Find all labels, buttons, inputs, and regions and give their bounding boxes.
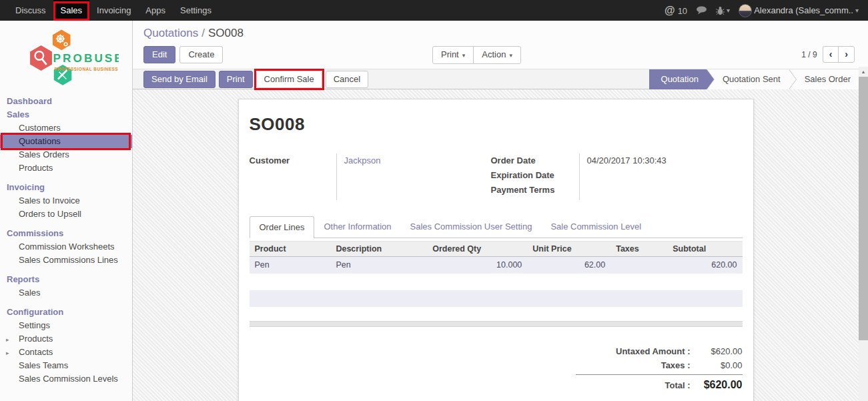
print-dropdown[interactable]: Print bbox=[432, 46, 474, 64]
breadcrumb: Quotations/SO008 bbox=[143, 27, 859, 40]
empty-row bbox=[250, 290, 743, 307]
nav-item-apps[interactable]: Apps bbox=[138, 0, 173, 21]
mentions-badge[interactable]: 10 bbox=[665, 5, 687, 17]
sidebar-item-sales-teams[interactable]: Sales Teams bbox=[0, 359, 132, 372]
tab-order-lines[interactable]: Order Lines bbox=[250, 216, 315, 238]
cell-subtotal: 620.00 bbox=[667, 257, 742, 274]
column-header-subtotal[interactable]: Subtotal bbox=[667, 242, 742, 257]
total-label: Total : bbox=[665, 380, 690, 390]
sidebar-item-products[interactable]: Products bbox=[0, 161, 132, 175]
order-lines-table: Product Description Ordered Qty Unit Pri… bbox=[250, 241, 743, 307]
top-nav-menu: Discuss Sales Invoicing Apps Settings bbox=[0, 0, 219, 21]
sidebar-item-dashboard[interactable]: Dashboard bbox=[0, 95, 132, 108]
bug-icon[interactable] bbox=[716, 6, 730, 15]
probuse-logo: PROBUSE PROFESSIONAL BUSINESS bbox=[0, 21, 132, 92]
sidebar-section-commissions[interactable]: Commissions bbox=[0, 227, 132, 240]
cell-unit-price: 62.00 bbox=[527, 257, 610, 274]
column-header-product[interactable]: Product bbox=[250, 242, 331, 257]
pager-previous-button[interactable]: ‹ bbox=[823, 46, 839, 63]
control-panel: Quotations/SO008 Edit Create Print Actio… bbox=[133, 21, 868, 69]
nav-item-settings[interactable]: Settings bbox=[173, 0, 219, 21]
sidebar-item-quotations[interactable]: Quotations bbox=[0, 135, 132, 148]
expiration-date-label: Expiration Date bbox=[491, 168, 579, 183]
order-sheet: SO008 Customer Jackpson Order Date E bbox=[238, 99, 754, 401]
scrollbar-thumb[interactable] bbox=[859, 77, 868, 340]
scroll-up-icon[interactable]: ▲ bbox=[859, 67, 868, 77]
form-view-background: SO008 Customer Jackpson Order Date E bbox=[133, 89, 859, 401]
sidebar-item-sales-report[interactable]: Sales bbox=[0, 286, 132, 300]
sidebar-section-invoicing[interactable]: Invoicing bbox=[0, 181, 132, 194]
nav-item-discuss[interactable]: Discuss bbox=[8, 0, 53, 21]
user-menu[interactable]: Alexandra (Sales_comm.. bbox=[739, 4, 859, 17]
order-line-row[interactable]: Pen Pen 10.000 62.00 620.00 bbox=[250, 257, 743, 274]
sidebar-item-sales-commissions-lines[interactable]: Sales Commissions Lines bbox=[0, 254, 132, 267]
status-steps: Quotation Quotation Sent Sales Order bbox=[649, 69, 859, 89]
cell-ordered-qty: 10.000 bbox=[427, 257, 527, 274]
nav-item-sales[interactable]: Sales bbox=[53, 0, 90, 21]
page-title: SO008 bbox=[250, 114, 743, 135]
edit-button[interactable]: Edit bbox=[143, 46, 175, 63]
statusbar: Send by Email Print Confirm Sale Cancel … bbox=[133, 69, 868, 89]
user-avatar bbox=[739, 4, 752, 17]
chat-icon[interactable] bbox=[696, 6, 707, 15]
nav-item-invoicing[interactable]: Invoicing bbox=[89, 0, 138, 21]
user-name: Alexandra (Sales_comm.. bbox=[754, 5, 853, 15]
column-header-description[interactable]: Description bbox=[330, 242, 427, 257]
vertical-scrollbar[interactable]: ▲ bbox=[859, 67, 868, 401]
sidebar-item-products-config[interactable]: Products bbox=[0, 332, 132, 346]
cancel-button[interactable]: Cancel bbox=[326, 71, 368, 88]
tab-sales-commission-user-setting[interactable]: Sales Commission User Setting bbox=[401, 216, 542, 238]
sidebar-item-sales-commission-levels[interactable]: Sales Commission Levels bbox=[0, 372, 132, 386]
customer-value-link[interactable]: Jackpson bbox=[344, 155, 381, 165]
send-by-email-button[interactable]: Send by Email bbox=[143, 71, 215, 88]
sidebar-item-sales-orders[interactable]: Sales Orders bbox=[0, 148, 132, 161]
expiration-date-value bbox=[587, 168, 743, 183]
horizontal-scrollbar[interactable] bbox=[250, 321, 743, 327]
cell-taxes bbox=[610, 257, 667, 274]
sidebar-item-commission-worksheets[interactable]: Commission Worksheets bbox=[0, 240, 132, 254]
pager: 1 / 9 ‹ › bbox=[801, 46, 855, 63]
tab-sale-commission-level[interactable]: Sale Commission Level bbox=[541, 216, 650, 238]
payment-terms-label: Payment Terms bbox=[491, 183, 579, 197]
confirm-sale-button[interactable]: Confirm Sale bbox=[256, 71, 322, 88]
order-date-label: Order Date bbox=[491, 153, 579, 168]
totals-block: Untaxed Amount : $620.00 Taxes : $0.00 T… bbox=[576, 344, 743, 393]
sidebar-item-contacts[interactable]: Contacts bbox=[0, 346, 132, 359]
sidebar-item-sales[interactable]: Sales bbox=[0, 108, 132, 121]
column-header-taxes[interactable]: Taxes bbox=[610, 242, 667, 257]
sidebar-item-sales-to-invoice[interactable]: Sales to Invoice bbox=[0, 194, 132, 208]
payment-terms-value bbox=[587, 183, 743, 197]
customer-label: Customer bbox=[250, 153, 336, 168]
sidebar-section-reports[interactable]: Reports bbox=[0, 273, 132, 286]
sidebar-menu: Dashboard Sales Customers Quotations Sal… bbox=[0, 95, 132, 386]
breadcrumb-current: SO008 bbox=[208, 27, 244, 39]
sidebar-item-settings[interactable]: Settings bbox=[0, 319, 132, 332]
sidebar-item-orders-to-upsell[interactable]: Orders to Upsell bbox=[0, 208, 132, 221]
order-date-value: 04/20/2017 10:30:43 bbox=[587, 153, 743, 168]
print-button[interactable]: Print bbox=[219, 71, 253, 88]
action-dropdown[interactable]: Action bbox=[473, 46, 521, 64]
pager-counter: 1 / 9 bbox=[801, 50, 817, 59]
magnifier-hexagon-icon bbox=[30, 45, 52, 71]
create-button[interactable]: Create bbox=[179, 46, 223, 63]
column-header-unit-price[interactable]: Unit Price bbox=[527, 242, 610, 257]
sidebar-section-configuration[interactable]: Configuration bbox=[0, 306, 132, 319]
status-step-sales-order[interactable]: Sales Order bbox=[789, 69, 859, 89]
top-navbar: Discuss Sales Invoicing Apps Settings 10… bbox=[0, 0, 868, 21]
logo-title: PROBUSE bbox=[53, 51, 119, 65]
sidebar-item-customers[interactable]: Customers bbox=[0, 121, 132, 135]
breadcrumb-quotations-link[interactable]: Quotations bbox=[143, 27, 198, 39]
pager-next-button[interactable]: › bbox=[838, 46, 855, 63]
empty-row bbox=[250, 274, 743, 290]
status-step-quotation-sent[interactable]: Quotation Sent bbox=[707, 69, 789, 89]
notebook-tabs: Order Lines Other Information Sales Comm… bbox=[250, 216, 743, 238]
main-panel: Quotations/SO008 Edit Create Print Actio… bbox=[133, 21, 868, 401]
cell-description: Pen bbox=[330, 257, 427, 274]
logo-tagline: PROFESSIONAL BUSINESS bbox=[54, 67, 118, 71]
status-step-quotation[interactable]: Quotation bbox=[649, 69, 707, 89]
taxes-label: Taxes : bbox=[661, 360, 691, 370]
total-value: $620.00 bbox=[691, 379, 743, 391]
tab-other-information[interactable]: Other Information bbox=[314, 216, 400, 238]
cell-product: Pen bbox=[250, 257, 331, 274]
column-header-ordered-qty[interactable]: Ordered Qty bbox=[427, 242, 527, 257]
